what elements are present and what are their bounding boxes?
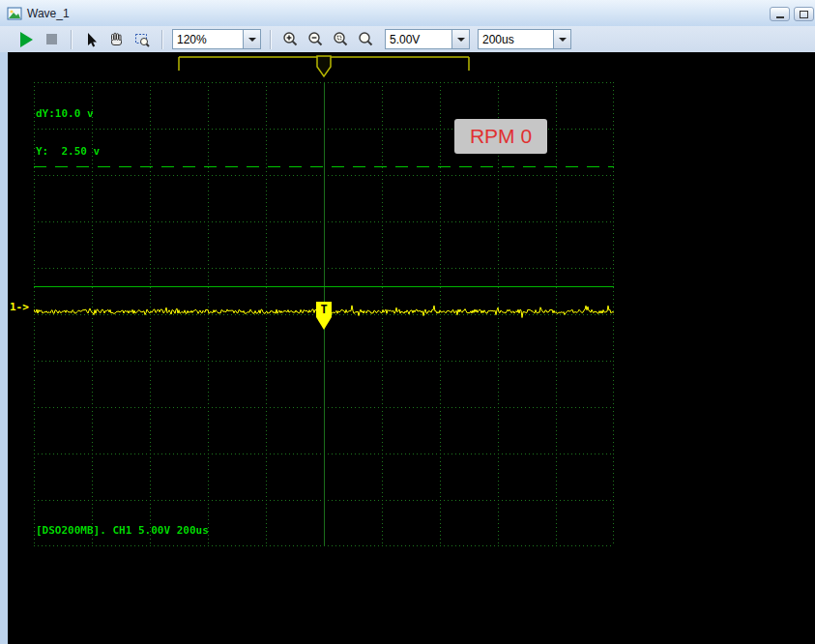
timebase-input[interactable] [479, 30, 553, 48]
stop-button[interactable] [41, 29, 62, 50]
trigger-flag-icon: T [316, 302, 332, 317]
pan-tool-button[interactable] [106, 29, 128, 50]
toolbar [0, 26, 815, 52]
voltage-scale-dropdown-button[interactable] [451, 30, 469, 48]
zoom-reset-icon [358, 31, 376, 48]
voltage-scale-input[interactable] [386, 30, 451, 48]
title-bar: Wave_1 ✕ [0, 0, 815, 26]
y-readout: Y: 2.50 v [36, 145, 100, 158]
scope-client-area: dY:10.0 v Y: 2.50 v RPM 0 1-> T [DSO200M… [8, 52, 815, 644]
window-icon [7, 6, 22, 21]
zoom-region-button[interactable] [331, 29, 352, 50]
app-window: Wave_1 ✕ [0, 0, 815, 644]
zoom-region-icon [333, 31, 351, 48]
zoom-window-button[interactable] [131, 29, 153, 50]
cursor-arrow-icon [83, 31, 101, 48]
window-controls: ✕ [770, 7, 815, 21]
zoom-level-dropdown-button[interactable] [243, 30, 260, 48]
zoom-reset-button[interactable] [356, 29, 377, 50]
play-icon [20, 32, 33, 47]
zoom-level-combo [172, 29, 261, 49]
zoom-level-input[interactable] [173, 30, 243, 48]
zoom-in-button[interactable] [280, 29, 302, 50]
timebase-combo [478, 29, 571, 49]
toolbar-separator [161, 30, 163, 49]
minimize-icon [776, 16, 784, 18]
scope-status-line: [DSO200MB]. CH1 5.00V 200us [36, 524, 209, 537]
zoom-in-icon [282, 31, 301, 48]
trigger-position-pointer-icon[interactable] [317, 56, 331, 76]
stop-icon [46, 34, 57, 44]
chevron-down-icon [248, 38, 256, 42]
trigger-flag-point-icon [316, 317, 332, 330]
play-button[interactable] [15, 29, 37, 50]
toolbar-separator [71, 30, 73, 49]
zoom-out-icon [307, 31, 326, 48]
maximize-icon [800, 11, 808, 18]
toolbar-separator [270, 30, 272, 49]
zoom-window-icon [133, 31, 151, 48]
cursor-readout: dY:10.0 v Y: 2.50 v [36, 82, 100, 183]
select-tool-button[interactable] [81, 29, 102, 50]
timebase-dropdown-button[interactable] [553, 30, 570, 48]
rpm-badge: RPM 0 [454, 119, 547, 154]
chevron-down-icon [457, 38, 465, 42]
voltage-scale-combo [385, 29, 470, 49]
chevron-down-icon [559, 38, 567, 42]
minimize-button[interactable] [770, 7, 790, 21]
zoom-out-button[interactable] [306, 29, 327, 50]
trigger-marker[interactable]: T [316, 302, 332, 330]
maximize-button[interactable] [794, 7, 814, 21]
window-title: Wave_1 [27, 7, 70, 20]
dy-readout: dY:10.0 v [36, 107, 100, 120]
channel1-marker[interactable]: 1-> [10, 301, 29, 313]
trigger-position-ruler[interactable] [8, 52, 815, 81]
hand-icon [108, 31, 126, 48]
